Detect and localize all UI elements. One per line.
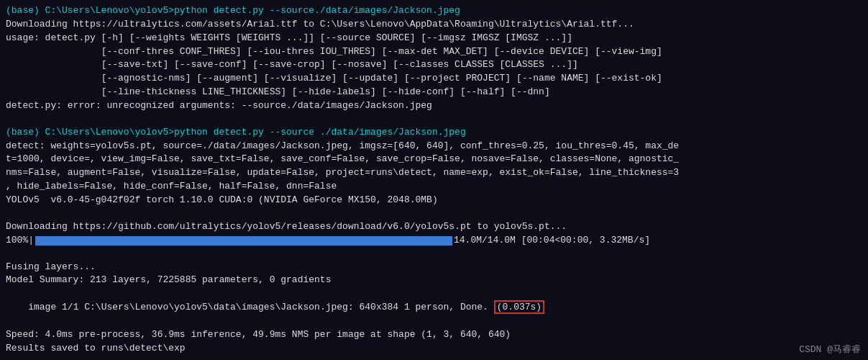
speed-line: Speed: 4.0ms pre-process, 36.9ms inferen… — [6, 328, 862, 342]
model-summary-line: Model Summary: 213 layers, 7225885 param… — [6, 274, 862, 287]
detect-info-4: , hide_labels=False, hide_conf=False, ha… — [6, 180, 862, 194]
cmd-line-2: (base) C:\Users\Lenovo\yolov5>python det… — [6, 126, 862, 140]
image-info-line: image 1/1 C:\Users\Lenovo\yolov5\data\im… — [6, 287, 862, 328]
opt-line-2: [--save-txt] [--save-conf] [--save-crop]… — [6, 58, 862, 72]
blank-3 — [6, 248, 862, 261]
blank-1 — [6, 113, 862, 126]
progress-line: 100%| 14.0M/14.0M [00:04<00:00, 3.32MB/s… — [6, 234, 862, 248]
opt-line-3: [--agnostic-nms] [--augment] [--visualiz… — [6, 72, 862, 86]
usage-line: usage: detect.py [-h] [--weights WEIGHTS… — [6, 32, 862, 45]
error-line: detect.py: error: unrecognized arguments… — [6, 99, 862, 113]
blank-2 — [6, 207, 862, 220]
image-info-text: image 1/1 C:\Users\Lenovo\yolov5\data\im… — [28, 302, 494, 312]
timing-highlight: (0.037s) — [494, 300, 544, 314]
detect-info-3: nms=False, augment=False, visualize=Fals… — [6, 166, 862, 180]
progress-info: 14.0M/14.0M [00:04<00:00, 3.32MB/s] — [454, 234, 650, 248]
terminal-window: (base) C:\Users\Lenovo\yolov5>python det… — [0, 0, 868, 360]
yolo-version-line: YOLOv5 v6.0-45-g042f02f torch 1.10.0 CUD… — [6, 194, 862, 207]
download-line-1: Downloading https://ultralytics.com/asse… — [6, 18, 862, 32]
downloading-line: Downloading https://github.com/ultralyti… — [6, 220, 862, 234]
opt-line-1: [--conf-thres CONF_THRES] [--iou-thres I… — [6, 45, 862, 59]
results-line: Results saved to runs\detect\exp — [6, 342, 862, 356]
detect-info-1: detect: weights=yolov5s.pt, source=./dat… — [6, 140, 862, 153]
detect-info-2: t=1000, device=, view_img=False, save_tx… — [6, 153, 862, 166]
progress-bar-fill — [35, 236, 452, 246]
fusing-line: Fusing layers... — [6, 261, 862, 274]
cmd-line-1: (base) C:\Users\Lenovo\yolov5>python det… — [6, 4, 862, 18]
progress-label: 100%| — [6, 234, 34, 248]
watermark: CSDN @马睿睿 — [799, 343, 861, 356]
opt-line-4: [--line-thickness LINE_THICKNESS] [--hid… — [6, 86, 862, 99]
